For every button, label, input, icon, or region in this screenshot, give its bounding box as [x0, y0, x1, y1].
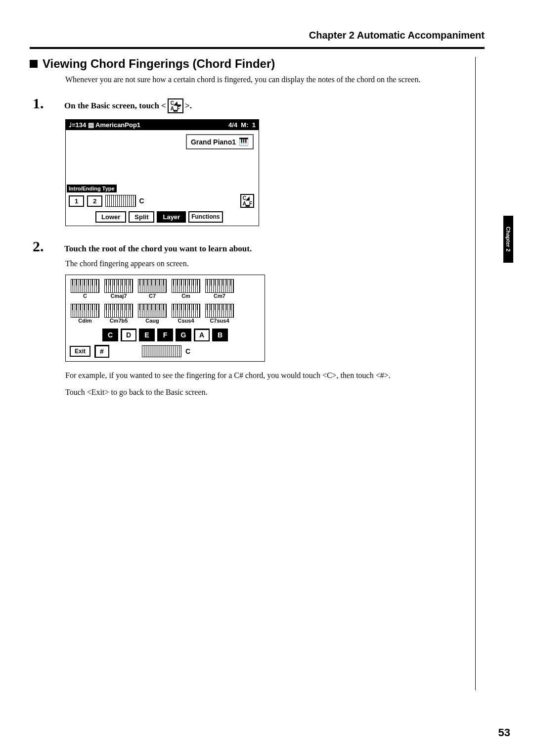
- chord-item[interactable]: C7sus4: [205, 304, 234, 324]
- layer-button[interactable]: Layer: [157, 211, 186, 223]
- chord-item[interactable]: C7: [138, 279, 167, 299]
- page-number: 53: [498, 726, 510, 739]
- keyboard-mini-icon: [105, 195, 136, 207]
- chord-item[interactable]: Cm7: [205, 279, 234, 299]
- keyboard-icon: [172, 279, 200, 293]
- section-title-text: Viewing Chord Fingerings (Chord Finder): [43, 57, 275, 70]
- intro-type-2[interactable]: 2: [87, 195, 102, 207]
- header-rule: [30, 47, 485, 49]
- split-button[interactable]: Split: [129, 211, 154, 223]
- chord-item[interactable]: Cmaj7: [104, 279, 133, 299]
- keyboard-icon: [138, 304, 167, 318]
- chord-item[interactable]: C: [71, 279, 99, 299]
- side-tab: Chapter 2: [503, 216, 513, 263]
- sharp-button[interactable]: #: [94, 345, 109, 358]
- bullet-icon: [30, 60, 38, 68]
- intro-text: Whenever you are not sure how a certain …: [65, 74, 457, 85]
- section-title: Viewing Chord Fingerings (Chord Finder): [30, 57, 457, 71]
- step-2: 2. Touch the root of the chord you want …: [33, 238, 457, 255]
- chord-finder-screenshot: C Cmaj7 C7 Cm Cm7 Cdim Cm7b5 Caug Csus4 …: [65, 275, 265, 362]
- tempo: ♩=134: [69, 121, 86, 129]
- time-signature: 4/4: [228, 121, 237, 129]
- keyboard-icon: [205, 304, 234, 318]
- exit-button[interactable]: Exit: [70, 346, 90, 357]
- step-2-text: Touch the root of the chord you want to …: [64, 244, 457, 254]
- chord-row-1: C Cmaj7 C7 Cm Cm7: [71, 279, 262, 299]
- chapter-header: Chapter 2 Automatic Accompaniment: [30, 30, 485, 45]
- step-2-number: 2.: [33, 238, 58, 255]
- lower-button[interactable]: Lower: [95, 211, 126, 223]
- functions-button[interactable]: Functions: [188, 211, 222, 223]
- piano-icon: 🎹: [239, 137, 249, 146]
- chord-item[interactable]: Cm7b5: [104, 304, 133, 324]
- keyboard-icon: [104, 304, 133, 318]
- step-1-text: On the Basic screen, touch < C◢▂A▂F >.: [64, 98, 457, 113]
- screen-header: ♩=134 ▤ AmericanPop1 4/4 M: 1: [66, 120, 259, 130]
- style-name: AmericanPop1: [95, 121, 140, 129]
- step-1: 1. On the Basic screen, touch < C◢▂A▂F >…: [33, 95, 457, 113]
- keyboard-icon: [205, 279, 234, 293]
- measure-label: M:: [241, 121, 248, 129]
- chord-finder-icon: C◢▂A▂F: [168, 98, 183, 113]
- root-e[interactable]: E: [139, 329, 155, 341]
- tone-button[interactable]: Grand Piano1 🎹: [186, 134, 254, 149]
- selected-chord: C: [185, 347, 190, 355]
- chord-item[interactable]: Csus4: [172, 304, 200, 324]
- chord-item[interactable]: Cm: [172, 279, 200, 299]
- chord-item[interactable]: Cdim: [71, 304, 99, 324]
- step-2-body: The chord fingering appears on screen.: [65, 258, 457, 270]
- chord-item[interactable]: Caug: [138, 304, 167, 324]
- root-b[interactable]: B: [212, 329, 228, 341]
- keyboard-icon: [138, 279, 167, 293]
- keyboard-large-icon: [142, 345, 181, 357]
- example-text: For example, if you wanted to see the fi…: [65, 370, 457, 381]
- root-g[interactable]: G: [176, 329, 191, 341]
- exit-instruction: Touch <Exit> to go back to the Basic scr…: [65, 386, 457, 398]
- keyboard-icon: [71, 304, 99, 318]
- chord-finder-button[interactable]: C◢A▂F: [240, 194, 254, 208]
- step-1-number: 1.: [33, 95, 58, 112]
- chord-row-2: Cdim Cm7b5 Caug Csus4 C7sus4: [71, 304, 262, 324]
- keyboard-icon: [104, 279, 133, 293]
- root-d[interactable]: D: [121, 329, 136, 341]
- measure-number: 1: [252, 121, 256, 129]
- root-f[interactable]: F: [157, 329, 173, 341]
- root-c[interactable]: C: [102, 329, 118, 341]
- root-a[interactable]: A: [194, 329, 210, 341]
- tone-name: Grand Piano1: [191, 138, 236, 146]
- style-icon: ▤: [88, 121, 94, 129]
- basic-screen-screenshot: ♩=134 ▤ AmericanPop1 4/4 M: 1 Grand Pian…: [65, 119, 259, 226]
- keyboard-icon: [71, 279, 99, 293]
- intro-ending-label: Intro/Ending Type: [67, 185, 117, 192]
- root-note-row: C D E F G A B: [69, 329, 262, 341]
- keyboard-icon: [172, 304, 200, 318]
- current-chord: C: [139, 197, 144, 205]
- intro-type-1[interactable]: 1: [69, 195, 84, 207]
